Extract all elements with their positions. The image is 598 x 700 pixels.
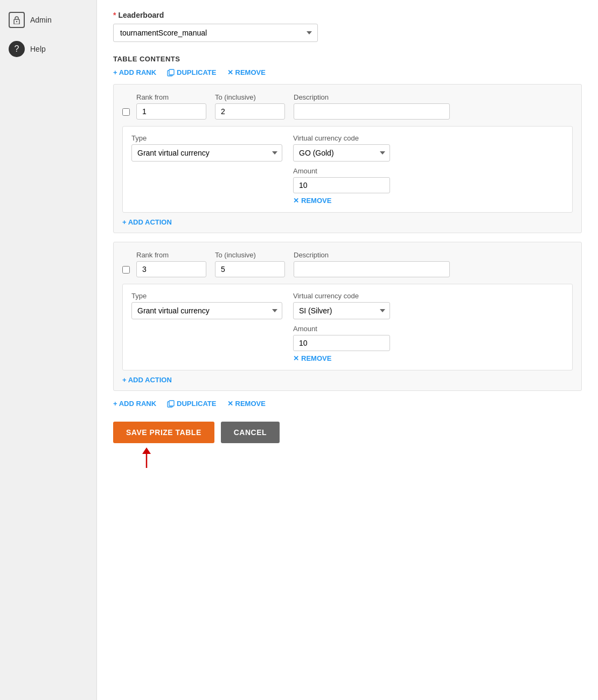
remove-action-2-1[interactable]: ✕ REMOVE xyxy=(293,354,390,362)
add-action-1[interactable]: + ADD ACTION xyxy=(122,218,573,226)
rank-from-group-2: Rank from xyxy=(136,251,206,277)
svg-point-1 xyxy=(16,21,17,22)
amount-label-1-1: Amount xyxy=(293,167,317,175)
top-table-actions: + ADD RANK DUPLICATE ✕ REMOVE xyxy=(113,68,582,76)
action-card-2-1: Type Grant virtual currency Grant item G… xyxy=(122,284,573,370)
action-left-2-1: Type Grant virtual currency Grant item G… xyxy=(131,292,282,362)
currency-label-1-1: Virtual currency code xyxy=(293,134,390,142)
top-remove-button[interactable]: ✕ REMOVE xyxy=(227,68,266,76)
description-input-1[interactable] xyxy=(294,103,450,120)
action-card-1-1: Type Grant virtual currency Grant item G… xyxy=(122,126,573,213)
rank-fields-2: Rank from To (inclusive) Description xyxy=(136,251,573,277)
top-add-rank-button[interactable]: + ADD RANK xyxy=(113,68,156,76)
currency-field-2-1: Virtual currency code GO (Gold) SI (Silv… xyxy=(293,292,390,319)
main-content: * Leaderboard tournamentScore_manual tou… xyxy=(97,0,598,700)
type-select-1-1[interactable]: Grant virtual currency Grant item Grant … xyxy=(131,144,282,162)
leaderboard-label: * Leaderboard xyxy=(113,11,582,19)
description-label-2: Description xyxy=(294,251,450,259)
rank-from-input-1[interactable] xyxy=(136,103,206,120)
rank-header-1: Rank from To (inclusive) Description xyxy=(122,93,573,120)
rank-header-2: Rank from To (inclusive) Description xyxy=(122,251,573,277)
sidebar: Admin ? Help xyxy=(0,0,97,700)
type-label-1-1: Type xyxy=(131,134,282,142)
currency-label-2-1: Virtual currency code xyxy=(293,292,390,300)
rank-card-1: Rank from To (inclusive) Description Typ xyxy=(113,84,582,233)
save-button[interactable]: SAVE PRIZE TABLE xyxy=(113,422,214,443)
leaderboard-select[interactable]: tournamentScore_manual tournamentScore_a… xyxy=(113,24,318,42)
to-inclusive-input-2[interactable] xyxy=(215,261,285,277)
rank-from-group-1: Rank from xyxy=(136,93,206,120)
remove-action-1-1[interactable]: ✕ REMOVE xyxy=(293,197,390,205)
sidebar-item-help[interactable]: ? Help xyxy=(0,34,96,64)
bottom-table-actions: + ADD RANK DUPLICATE ✕ REMOVE xyxy=(113,400,582,408)
svg-marker-7 xyxy=(142,447,151,454)
button-row: SAVE PRIZE TABLE CANCEL xyxy=(113,422,280,443)
bottom-add-rank-button[interactable]: + ADD RANK xyxy=(113,400,156,408)
type-field-1-1: Type Grant virtual currency Grant item G… xyxy=(131,134,282,162)
to-inclusive-group-2: To (inclusive) xyxy=(215,251,285,277)
to-inclusive-label-2: To (inclusive) xyxy=(215,251,285,259)
to-inclusive-label-1: To (inclusive) xyxy=(215,93,285,101)
currency-field-1-1: Virtual currency code GO (Gold) SI (Silv… xyxy=(293,134,390,162)
lock-icon xyxy=(9,12,25,28)
section-title: TABLE CONTENTS xyxy=(113,55,582,63)
description-input-2[interactable] xyxy=(294,261,450,277)
add-action-2[interactable]: + ADD ACTION xyxy=(122,376,573,384)
arrow-indicator xyxy=(113,447,153,469)
description-label-1: Description xyxy=(294,93,450,101)
duplicate-icon xyxy=(167,69,175,76)
rank-from-input-2[interactable] xyxy=(136,261,206,277)
amount-input-1-1[interactable] xyxy=(293,177,390,193)
rank-checkbox-1[interactable] xyxy=(122,108,130,116)
rank-from-label-1: Rank from xyxy=(136,93,206,101)
action-right-1-1: Virtual currency code GO (Gold) SI (Silv… xyxy=(293,134,390,205)
bottom-remove-button[interactable]: ✕ REMOVE xyxy=(227,400,266,408)
description-group-1: Description xyxy=(294,93,450,120)
to-inclusive-group-1: To (inclusive) xyxy=(215,93,285,120)
amount-input-2-1[interactable] xyxy=(293,335,390,351)
rank-card-2: Rank from To (inclusive) Description Typ xyxy=(113,242,582,391)
description-group-2: Description xyxy=(294,251,450,277)
svg-rect-5 xyxy=(169,401,174,406)
amount-section-1-1: Amount xyxy=(293,167,390,193)
type-label-2-1: Type xyxy=(131,292,282,300)
rank-checkbox-2[interactable] xyxy=(122,266,130,274)
bottom-actions: SAVE PRIZE TABLE CANCEL xyxy=(113,418,582,469)
to-inclusive-input-1[interactable] xyxy=(215,103,285,120)
cancel-button[interactable]: CANCEL xyxy=(221,422,280,443)
svg-rect-3 xyxy=(169,69,174,75)
bottom-duplicate-icon xyxy=(167,400,175,408)
arrow-up-icon xyxy=(140,447,153,469)
sidebar-item-admin[interactable]: Admin xyxy=(0,5,96,34)
help-icon: ? xyxy=(9,41,25,57)
amount-section-2-1: Amount xyxy=(293,325,390,351)
rank-fields-1: Rank from To (inclusive) Description xyxy=(136,93,573,120)
action-left-1-1: Type Grant virtual currency Grant item G… xyxy=(131,134,282,205)
sidebar-item-admin-label: Admin xyxy=(30,16,52,24)
amount-label-2-1: Amount xyxy=(293,325,317,333)
top-duplicate-button[interactable]: DUPLICATE xyxy=(167,68,216,76)
action-card-content-1-1: Type Grant virtual currency Grant item G… xyxy=(131,134,564,205)
required-star: * xyxy=(113,11,116,19)
rank-from-label-2: Rank from xyxy=(136,251,206,259)
type-field-2-1: Type Grant virtual currency Grant item G… xyxy=(131,292,282,319)
action-card-content-2-1: Type Grant virtual currency Grant item G… xyxy=(131,292,564,362)
currency-select-2-1[interactable]: GO (Gold) SI (Silver) BR (Bronze) xyxy=(293,302,390,319)
action-right-2-1: Virtual currency code GO (Gold) SI (Silv… xyxy=(293,292,390,362)
type-select-2-1[interactable]: Grant virtual currency Grant item Grant … xyxy=(131,302,282,319)
sidebar-item-help-label: Help xyxy=(30,45,46,53)
bottom-duplicate-button[interactable]: DUPLICATE xyxy=(167,400,216,408)
currency-select-1-1[interactable]: GO (Gold) SI (Silver) BR (Bronze) xyxy=(293,144,390,162)
